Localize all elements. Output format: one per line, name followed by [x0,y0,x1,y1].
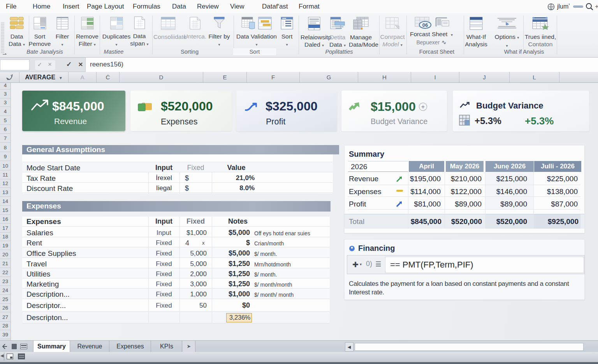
svg-text:06: 06 [422,22,428,28]
